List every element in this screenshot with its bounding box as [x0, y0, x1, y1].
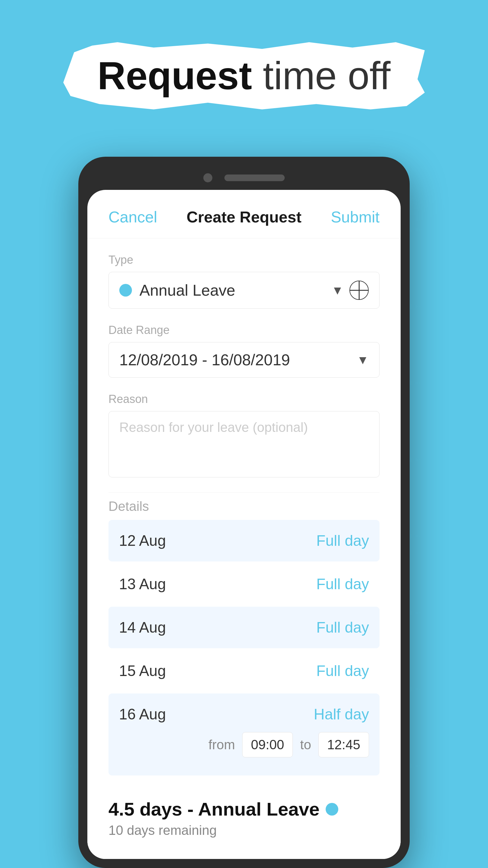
detail-row-3[interactable]: 14 Aug Full day [108, 607, 380, 648]
date-range-field[interactable]: 12/08/2019 - 16/08/2019 ▼ [108, 342, 380, 378]
type-dot [119, 284, 132, 297]
date-range-section: Date Range 12/08/2019 - 16/08/2019 ▼ [87, 324, 401, 393]
summary-subtitle: 10 days remaining [108, 823, 380, 838]
phone-body: Cancel Create Request Submit Type Annual… [78, 157, 410, 868]
chevron-down-icon: ▼ [331, 284, 344, 297]
summary-title-text: 4.5 days - Annual Leave [108, 798, 320, 820]
summary-title: 4.5 days - Annual Leave [108, 798, 380, 820]
type-row: Annual Leave ▼ [119, 281, 344, 299]
phone-camera [203, 173, 213, 182]
detail-date-3: 14 Aug [119, 619, 166, 636]
time-row: from 09:00 to 12:45 [119, 729, 369, 764]
submit-button[interactable]: Submit [331, 208, 380, 226]
detail-date-2: 13 Aug [119, 575, 166, 593]
type-field[interactable]: Annual Leave ▼ [108, 272, 380, 309]
hero-title: Request time off [98, 54, 391, 98]
detail-type-1: Full day [316, 532, 369, 550]
detail-type-3: Full day [316, 619, 369, 636]
to-label: to [300, 737, 311, 752]
cancel-button[interactable]: Cancel [108, 208, 157, 226]
type-section: Type Annual Leave ▼ [87, 239, 401, 324]
phone-screen: Cancel Create Request Submit Type Annual… [87, 190, 401, 859]
reason-input[interactable]: Reason for your leave (optional) [108, 411, 380, 477]
hero-title-normal: time off [252, 54, 390, 98]
type-value: Annual Leave [139, 281, 324, 299]
date-range-label: Date Range [108, 324, 380, 337]
date-chevron-icon: ▼ [357, 353, 369, 367]
page-title: Create Request [187, 208, 301, 226]
detail-date-1: 12 Aug [119, 532, 166, 550]
globe-icon[interactable] [350, 281, 369, 300]
to-time[interactable]: 12:45 [318, 732, 369, 757]
summary-dot [326, 803, 338, 815]
reason-section: Reason Reason for your leave (optional) [87, 393, 401, 493]
detail-row-5-expanded[interactable]: 16 Aug Half day from 09:00 to 12:45 [108, 693, 380, 775]
detail-row-5-header: 16 Aug Half day [119, 700, 369, 729]
phone-speaker [224, 175, 285, 181]
detail-row-4[interactable]: 15 Aug Full day [108, 650, 380, 692]
phone-top-bar [87, 166, 401, 190]
footer-summary: 4.5 days - Annual Leave 10 days remainin… [87, 783, 401, 859]
details-label: Details [108, 499, 380, 514]
detail-type-4: Full day [316, 662, 369, 680]
reason-label: Reason [108, 393, 380, 406]
app-header: Cancel Create Request Submit [87, 190, 401, 239]
detail-type-5: Half day [314, 706, 369, 723]
date-range-value: 12/08/2019 - 16/08/2019 [119, 351, 290, 369]
hero-section: Request time off [0, 0, 488, 110]
reason-placeholder: Reason for your leave (optional) [119, 420, 308, 435]
from-time[interactable]: 09:00 [242, 732, 293, 757]
detail-date-5: 16 Aug [119, 706, 166, 723]
hero-brush: Request time off [63, 42, 425, 110]
detail-row-2[interactable]: 13 Aug Full day [108, 563, 380, 605]
detail-date-4: 15 Aug [119, 662, 166, 680]
type-label: Type [108, 253, 380, 267]
phone-mockup: Cancel Create Request Submit Type Annual… [78, 157, 410, 868]
details-section: Details 12 Aug Full day 13 Aug Full day … [87, 493, 401, 783]
from-label: from [208, 737, 235, 752]
detail-row-1[interactable]: 12 Aug Full day [108, 520, 380, 561]
detail-type-2: Full day [316, 575, 369, 593]
hero-title-bold: Request [98, 54, 252, 98]
